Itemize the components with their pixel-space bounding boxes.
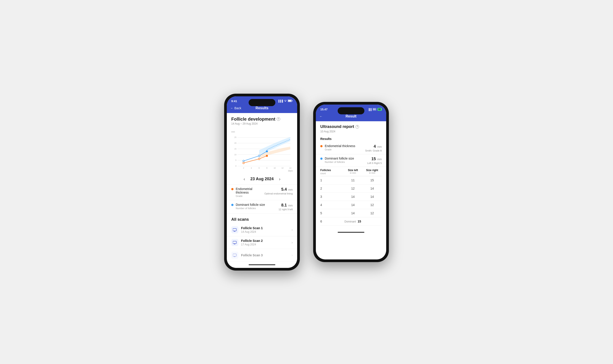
follicle-count-5: 5: [320, 211, 344, 215]
report-follicle-desc: Left 6 Right 5: [367, 162, 382, 164]
results-label: Results: [316, 135, 386, 142]
follicle-value: 8.1: [281, 203, 287, 207]
endometrial-info: Endometrial thickness Grade: [236, 187, 265, 197]
ultrasound-header: Ultrasound report ? 10 Aug 2024: [316, 121, 386, 135]
chart-x-unit: days: [231, 169, 293, 172]
scan-item-2[interactable]: Follicle Scan 2 17 Aug 2024 ›: [227, 236, 297, 249]
phone-2: 15.47 ▐▐ 5G 82 ← Result Ultrasound repor…: [313, 102, 389, 262]
chart-area: mm 25 20 15 10 5 0 2: [227, 129, 297, 174]
status-time-1: 9:41: [231, 99, 237, 103]
endometrial-value: 5.4: [281, 187, 287, 192]
th-size-right-sub: in mm: [363, 172, 382, 174]
scan-chevron-1: ›: [292, 228, 293, 232]
follicle-left-4: 14: [344, 203, 363, 207]
follicle-row-6: 6 Dominant 15: [320, 217, 382, 226]
follicle-row-3: 3 14 14: [320, 193, 382, 201]
svg-point-22: [243, 160, 244, 162]
scroll-content-1[interactable]: Follicle development ? 14 Aug – 29 Aug 2…: [227, 113, 297, 268]
follicle-right-3: 14: [363, 195, 382, 198]
home-indicator-2: [316, 229, 386, 235]
th-size-left-sub: in mm: [344, 172, 363, 174]
svg-point-24: [266, 150, 268, 152]
signal-icon-2: ▐▐: [368, 108, 372, 111]
endometrial-name: Endometrial thickness: [236, 187, 265, 194]
metric-row-follicle: Dominant follicle size Number of follicl…: [227, 200, 297, 214]
scan-icon-3: [231, 252, 238, 259]
back-arrow-icon-2: ←: [320, 115, 322, 118]
follicle-left-2: 12: [344, 187, 363, 190]
svg-text:25: 25: [234, 136, 237, 138]
battery-icon: [288, 99, 293, 103]
report-endometrial-info: Endometrial thickness Grade: [325, 144, 365, 151]
wifi-icon: [284, 100, 287, 103]
svg-text:15: 15: [234, 148, 237, 150]
report-follicle-sub: Number of follicles: [325, 161, 367, 163]
scan-item-3[interactable]: Follicle Scan 3 ›: [227, 249, 297, 262]
follicle-unit: mm: [288, 204, 293, 207]
scan-name-3: Follicle Scan 3: [241, 253, 292, 257]
svg-text:12: 12: [281, 167, 284, 169]
scan-chevron-3: ›: [292, 253, 293, 257]
help-icon-1[interactable]: ?: [277, 117, 280, 121]
status-icons-2: ▐▐ 5G 82: [368, 108, 382, 111]
home-indicator-1: [227, 262, 297, 268]
follicle-left-1: 11: [344, 178, 363, 182]
th-size-left: Size left in mm: [344, 169, 363, 175]
scan-icon-2: [231, 239, 238, 246]
date-nav: ‹ 23 Aug 2024 ›: [227, 174, 297, 184]
endometrial-desc: Optimal endometrial lining: [265, 192, 293, 195]
svg-point-26: [258, 158, 260, 159]
follicle-name: Dominant follicle size: [236, 203, 279, 207]
svg-text:8: 8: [267, 167, 267, 169]
date-next-button[interactable]: ›: [279, 176, 280, 182]
status-time-2: 15.47: [320, 108, 328, 111]
follicle-count-6: 6: [320, 220, 343, 223]
svg-text:14: 14: [289, 167, 291, 169]
report-follicle-value: 15: [372, 157, 376, 161]
follicle-dot: [231, 204, 233, 206]
svg-text:10: 10: [274, 167, 276, 169]
scan-chevron-2: ›: [292, 241, 293, 245]
back-label-1: Back: [234, 106, 241, 110]
scan-info-3: Follicle Scan 3: [241, 253, 292, 257]
scan-name-1: Follicle Scan 1: [241, 226, 292, 230]
follicle-sub: Number of follicles: [236, 207, 279, 209]
chart-y-label: mm: [231, 130, 293, 133]
report-endometrial-value-group: 4 mm Smith: Grade A: [365, 144, 382, 152]
scan-info-2: Follicle Scan 2 17 Aug 2024: [241, 239, 292, 246]
scan-item-1[interactable]: Follicle Scan 1 14 Aug 2024 ›: [227, 224, 297, 236]
follicle-table: Follicles count Size left in mm Size rig…: [316, 167, 386, 229]
page-title-1: Follicle development ?: [231, 117, 293, 122]
follicle-chart: 25 20 15 10 5 0 2 4 6 8 10 12 14: [231, 134, 293, 169]
report-endometrial-name: Endometrial thickness: [325, 144, 365, 148]
date-prev-button[interactable]: ‹: [243, 176, 245, 182]
follicle-right-5: 12: [363, 211, 382, 215]
svg-rect-31: [233, 241, 236, 244]
scan-icon-1: [231, 226, 238, 234]
svg-rect-34: [233, 254, 236, 256]
dominant-label: Dominant: [345, 220, 356, 223]
ultrasound-date: 10 Aug 2024: [320, 130, 382, 133]
scroll-content-2[interactable]: Ultrasound report ? 10 Aug 2024 Results …: [316, 121, 386, 260]
endometrial-unit: mm: [288, 188, 293, 191]
th-size-right: Size right in mm: [363, 169, 382, 175]
svg-rect-28: [233, 229, 236, 231]
report-follicle-name: Dominant follicle size: [325, 157, 367, 160]
follicle-table-header: Follicles count Size left in mm Size rig…: [320, 167, 382, 176]
back-button-1[interactable]: ← Back: [230, 106, 241, 110]
follicle-count-4: 4: [320, 203, 344, 207]
page-subtitle-1: 14 Aug – 29 Aug 2024: [231, 122, 293, 125]
help-icon-2[interactable]: ?: [356, 125, 359, 129]
follicle-count-1: 1: [320, 178, 344, 182]
follicle-row-2: 2 12 14: [320, 184, 382, 193]
svg-text:20: 20: [234, 142, 237, 144]
date-label: 23 Aug 2024: [250, 177, 274, 181]
dominant-value: 15: [358, 220, 361, 223]
all-scans-title: All scans: [227, 214, 297, 224]
back-button-2[interactable]: ←: [320, 115, 322, 118]
svg-text:4: 4: [251, 167, 252, 169]
status-icons-1: ▐▐▐: [278, 99, 293, 103]
endometrial-value-group: 5.4 mm Optimal endometrial lining: [265, 187, 293, 195]
svg-point-23: [258, 155, 260, 156]
th-count: count: [320, 172, 344, 175]
